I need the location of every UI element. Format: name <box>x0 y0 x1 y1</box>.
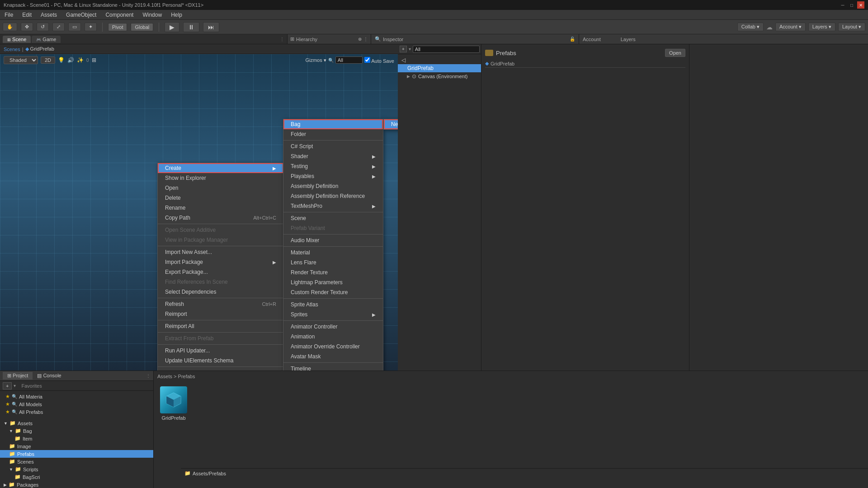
ctx-sprites[interactable]: Sprites ▶ <box>283 310 383 319</box>
pivot-button[interactable]: Pivot <box>108 23 127 31</box>
shading-select[interactable]: Shaded <box>4 56 38 64</box>
close-button[interactable]: ✕ <box>857 1 864 9</box>
add-asset-button[interactable]: + <box>3 382 12 389</box>
ctx-reimport[interactable]: Reimport <box>158 309 283 319</box>
maximize-button[interactable]: □ <box>848 1 855 9</box>
ctx-reimport-all[interactable]: Reimport All <box>158 321 283 331</box>
layout-button[interactable]: Layout ▾ <box>838 23 865 31</box>
tool-transform[interactable]: ✦ <box>85 23 97 31</box>
menu-help[interactable]: Help <box>169 11 184 19</box>
ctx-material[interactable]: Material <box>283 248 383 258</box>
ctx-assembly-def-ref[interactable]: Assembly Definition Reference <box>283 191 383 201</box>
ctx-avatar-mask[interactable]: Avatar Mask <box>283 352 383 361</box>
ctx-custom-render[interactable]: Custom Render Texture <box>283 287 383 297</box>
fav-all-prefabs[interactable]: ★ 🔍 All Prefabs <box>0 408 153 416</box>
ctx-import-package[interactable]: Import Package ▶ <box>158 257 283 267</box>
hierarchy-add[interactable]: + <box>400 46 407 52</box>
tool-scale[interactable]: ⤢ <box>52 23 65 31</box>
tool-hand[interactable]: ✋ <box>3 23 17 31</box>
ctx-open[interactable]: Open <box>158 183 283 193</box>
ctx-export-package[interactable]: Export Package... <box>158 267 283 277</box>
open-button[interactable]: Open <box>665 49 685 57</box>
pause-button[interactable]: ⏸ <box>183 22 199 32</box>
ctx-csharp-script[interactable]: C# Script <box>283 141 383 151</box>
menu-file[interactable]: File <box>3 11 15 19</box>
tab-scene[interactable]: ⊞ Scene <box>3 36 31 43</box>
ctx-scene[interactable]: Scene <box>283 213 383 223</box>
ctx-textmeshpro[interactable]: TextMeshPro ▶ <box>283 201 383 211</box>
panel-options[interactable]: ⋮ <box>146 373 151 378</box>
gizmos-btn[interactable]: Gizmos ▾ <box>305 57 326 63</box>
ctx-render-texture[interactable]: Render Texture <box>283 267 383 277</box>
fav-all-models[interactable]: ★ 🔍 All Models <box>0 400 153 408</box>
ctx-open-csharp[interactable]: Open C# Project <box>158 368 283 371</box>
ctx-copy-path[interactable]: Copy Path Alt+Ctrl+C <box>158 213 283 223</box>
menu-component[interactable]: Component <box>104 11 135 19</box>
ctx-shader[interactable]: Shader ▶ <box>283 151 383 161</box>
2d-button[interactable]: 2D <box>41 56 55 64</box>
ctx-create[interactable]: Create ▶ <box>158 163 283 173</box>
global-button[interactable]: Global <box>131 23 153 31</box>
ctx-update-uielements[interactable]: Update UIElements Schema <box>158 356 283 366</box>
ctx-playables[interactable]: Playables ▶ <box>283 171 383 181</box>
hier-item-canvas[interactable]: ▶ ⊙ Canvas (Environment) <box>398 72 481 80</box>
collab-button[interactable]: Collab ▾ <box>737 23 764 31</box>
account-button[interactable]: Account ▾ <box>775 23 806 31</box>
file-gridprefab[interactable]: GridPrefab <box>157 384 190 423</box>
auto-save-checkbox[interactable] <box>364 57 370 63</box>
ctx-lightmap-params[interactable]: Lightmap Parameters <box>283 277 383 287</box>
menu-assets[interactable]: Assets <box>39 11 59 19</box>
add-dropdown[interactable]: ▾ <box>14 383 16 388</box>
scene-search[interactable] <box>335 56 363 64</box>
ctx-audio-mixer[interactable]: Audio Mixer <box>283 235 383 245</box>
assets-packages[interactable]: ▶ 📁 Packages <box>0 481 153 488</box>
menu-window[interactable]: Window <box>141 11 164 19</box>
menu-edit[interactable]: Edit <box>20 11 33 19</box>
ctx-sprite-atlas[interactable]: Sprite Atlas <box>283 300 383 310</box>
ctx-show-explorer[interactable]: Show in Explorer <box>158 173 283 183</box>
assets-item[interactable]: 📁 Item <box>0 435 153 442</box>
menu-gameobject[interactable]: GameObject <box>64 11 98 19</box>
ctx-bag[interactable]: Bag <box>283 119 383 129</box>
ctx-assembly-def[interactable]: Assembly Definition <box>283 181 383 191</box>
assets-root[interactable]: ▼ 📁 Assets <box>0 419 153 427</box>
scene-viewport[interactable]: Shaded 2D 💡 🔊 ✨ 0 ⊞ Gizmos ▾ 🔍 Auto Save <box>0 54 398 371</box>
extra-icon[interactable]: ⊞ <box>92 57 96 63</box>
inspector-lock[interactable]: 🔓 <box>570 37 575 42</box>
step-button[interactable]: ⏭ <box>203 22 219 32</box>
play-button[interactable]: ▶ <box>165 22 179 32</box>
ctx-folder[interactable]: Folder <box>283 129 383 139</box>
hierarchy-options[interactable]: ⊕ <box>358 37 362 42</box>
ctx-delete[interactable]: Delete <box>158 193 283 203</box>
effects-icon[interactable]: ✨ <box>77 57 84 63</box>
scene-options[interactable]: ⋮ <box>280 37 284 42</box>
ctx-timeline[interactable]: Timeline <box>283 364 383 371</box>
light-icon[interactable]: 💡 <box>58 57 65 63</box>
layers-button[interactable]: Layers ▾ <box>808 23 835 31</box>
scenes-breadcrumb[interactable]: Scenes <box>4 47 20 52</box>
hierarchy-search[interactable] <box>413 46 480 53</box>
ctx-select-deps[interactable]: Select Dependencies <box>158 287 283 297</box>
ctx-run-api[interactable]: Run API Updater... <box>158 346 283 356</box>
tool-rotate[interactable]: ↺ <box>37 23 49 31</box>
assets-scenes[interactable]: 📁 Scenes <box>0 458 153 465</box>
assets-image[interactable]: 📁 Image <box>0 442 153 450</box>
ctx-refresh[interactable]: Refresh Ctrl+R <box>158 299 283 309</box>
assets-scripts[interactable]: ▼ 📁 Scripts <box>0 465 153 473</box>
hier-item-gridprefab[interactable]: ◆ GridPrefab <box>398 64 481 72</box>
tool-move[interactable]: ✥ <box>21 23 33 31</box>
tab-game[interactable]: 🎮 Game <box>32 36 61 43</box>
ctx-animator-ctrl[interactable]: Animator Controller <box>283 322 383 332</box>
ctx-lens-flare[interactable]: Lens Flare <box>283 258 383 267</box>
assets-bagscri[interactable]: 📁 BagScri <box>0 473 153 481</box>
ctx-new-item[interactable]: New Item <box>384 119 398 129</box>
ctx-animation[interactable]: Animation <box>283 332 383 342</box>
ctx-import-new[interactable]: Import New Asset... <box>158 247 283 257</box>
audio-icon[interactable]: 🔊 <box>67 57 74 63</box>
tool-rect[interactable]: ▭ <box>68 23 81 31</box>
tab-project[interactable]: ⊞ Project <box>3 372 33 380</box>
ctx-rename[interactable]: Rename <box>158 203 283 213</box>
gridprefab-breadcrumb[interactable]: ◆ GridPrefab <box>25 46 54 52</box>
hier-item-back[interactable]: ◁ <box>398 56 481 64</box>
hierarchy-more[interactable]: ⋮ <box>363 37 368 42</box>
